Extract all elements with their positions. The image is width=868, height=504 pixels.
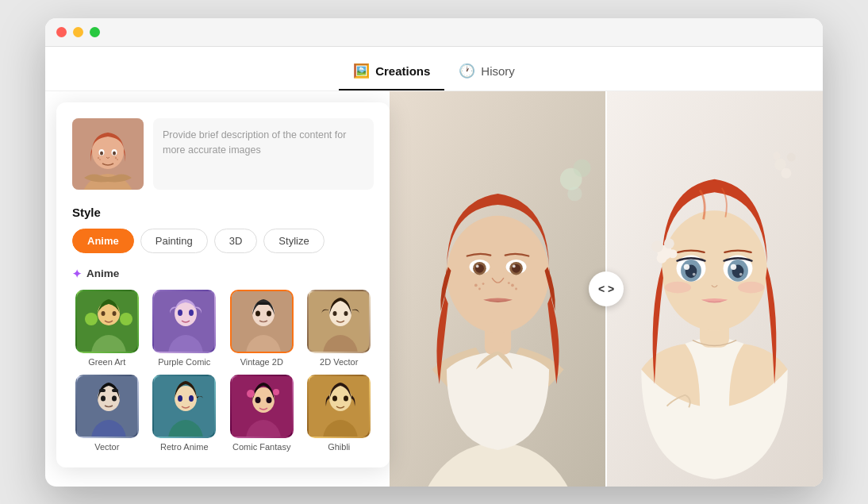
style-section-title: Style xyxy=(72,206,374,219)
tab-history-label: Hisory xyxy=(481,64,515,78)
style-label-purple-comic: Purple Comic xyxy=(158,357,210,367)
style-buttons: Anime Painting 3D Stylize xyxy=(72,229,374,253)
style-label-2d-vector: 2D Vector xyxy=(320,357,358,367)
style-item-2d-vector[interactable]: 2D Vector xyxy=(305,290,374,367)
svg-point-38 xyxy=(112,395,117,401)
history-icon: 🕐 xyxy=(459,63,475,79)
svg-point-66 xyxy=(511,283,514,287)
style-item-vintage-2d[interactable]: Vintage 2D xyxy=(227,290,297,367)
style-thumb-retro-anime xyxy=(152,375,216,438)
style-item-green-art[interactable]: Green Art xyxy=(72,290,142,367)
creations-icon: 🖼️ xyxy=(353,63,370,79)
svg-point-68 xyxy=(508,282,510,284)
minimize-button[interactable] xyxy=(73,27,83,37)
compare-handle[interactable]: < > xyxy=(589,271,624,306)
anime-subsection: ✦ Anime xyxy=(72,267,374,280)
svg-point-99 xyxy=(787,152,796,161)
style-section: Style Anime Painting 3D Stylize ✦ Anime xyxy=(72,206,374,452)
svg-point-5 xyxy=(100,151,103,155)
style-label-vintage-2d: Vintage 2D xyxy=(240,357,283,367)
svg-point-57 xyxy=(344,395,348,401)
svg-point-21 xyxy=(178,310,182,316)
style-label-vector: Vector xyxy=(94,442,119,452)
svg-point-50 xyxy=(266,397,271,403)
svg-point-37 xyxy=(101,395,106,401)
svg-point-51 xyxy=(247,390,255,398)
svg-point-101 xyxy=(773,152,780,159)
svg-point-87 xyxy=(668,249,677,258)
svg-point-15 xyxy=(120,313,133,325)
style-btn-stylize[interactable]: Stylize xyxy=(263,229,324,253)
svg-point-8 xyxy=(99,159,101,160)
svg-point-100 xyxy=(781,167,791,178)
browser-titlebar xyxy=(45,18,823,47)
svg-point-52 xyxy=(273,389,279,395)
comparison-container: < > xyxy=(390,91,823,487)
style-item-vector[interactable]: Vector xyxy=(72,375,142,452)
sparkle-icon: ✦ xyxy=(72,267,82,280)
svg-rect-40 xyxy=(112,389,118,392)
maximize-button[interactable] xyxy=(90,27,100,37)
style-thumb-vector xyxy=(75,375,139,438)
svg-point-102 xyxy=(665,281,691,293)
anime-subsection-label: Anime xyxy=(86,267,119,279)
main-area: Provide brief description of the content… xyxy=(45,91,823,487)
style-thumb-ghibli xyxy=(307,375,371,438)
svg-point-63 xyxy=(474,283,478,287)
photo-original xyxy=(390,91,606,487)
browser-content: 🖼️ Creations 🕐 Hisory xyxy=(45,47,823,487)
svg-point-103 xyxy=(738,281,764,293)
svg-point-22 xyxy=(189,310,194,316)
style-item-purple-comic[interactable]: Purple Comic xyxy=(150,290,220,367)
right-image-area: < > xyxy=(390,91,823,487)
svg-point-94 xyxy=(684,264,689,269)
svg-point-67 xyxy=(515,287,517,290)
description-placeholder: Provide brief description of the content… xyxy=(163,128,364,159)
style-item-comic-fantasy[interactable]: Comic Fantasy xyxy=(227,375,297,452)
svg-point-65 xyxy=(482,283,485,285)
svg-point-44 xyxy=(178,395,182,402)
style-btn-anime[interactable]: Anime xyxy=(72,229,134,253)
svg-point-85 xyxy=(657,252,667,263)
svg-point-9 xyxy=(115,156,117,158)
style-thumb-comic-fantasy xyxy=(230,375,294,438)
close-button[interactable] xyxy=(56,27,67,37)
style-thumb-purple-comic xyxy=(152,290,216,353)
style-label-retro-anime: Retro Anime xyxy=(160,442,209,452)
upload-area: Provide brief description of the content… xyxy=(72,118,374,190)
style-thumb-green-art xyxy=(75,290,139,353)
tab-creations[interactable]: 🖼️ Creations xyxy=(339,56,444,90)
svg-point-27 xyxy=(267,310,271,316)
svg-point-62 xyxy=(447,215,549,333)
svg-point-84 xyxy=(651,240,663,252)
upload-thumbnail[interactable] xyxy=(72,118,144,190)
svg-point-26 xyxy=(255,310,260,316)
style-btn-3d[interactable]: 3D xyxy=(214,229,258,253)
top-nav: 🖼️ Creations 🕐 Hisory xyxy=(45,47,823,91)
svg-point-32 xyxy=(333,311,337,316)
style-item-ghibli[interactable]: Ghibli xyxy=(305,375,374,452)
photo-anime xyxy=(606,91,823,487)
svg-point-78 xyxy=(573,159,590,176)
style-btn-painting[interactable]: Painting xyxy=(140,229,208,253)
svg-point-16 xyxy=(101,311,105,316)
left-panel: Provide brief description of the content… xyxy=(56,102,390,467)
svg-point-45 xyxy=(189,395,194,402)
svg-point-49 xyxy=(255,397,260,403)
svg-rect-39 xyxy=(99,389,106,392)
svg-point-96 xyxy=(693,272,696,275)
tab-history[interactable]: 🕐 Hisory xyxy=(444,56,529,90)
style-thumb-vintage-2d xyxy=(230,290,294,353)
browser-window: 🖼️ Creations 🕐 Hisory xyxy=(45,18,823,487)
compare-arrows-icon: < > xyxy=(598,283,614,295)
style-label-ghibli: Ghibli xyxy=(328,442,350,452)
style-item-retro-anime[interactable]: Retro Anime xyxy=(150,375,220,452)
style-label-green-art: Green Art xyxy=(88,357,125,367)
svg-point-56 xyxy=(332,395,337,401)
svg-point-64 xyxy=(478,287,481,290)
description-box[interactable]: Provide brief description of the content… xyxy=(153,118,374,190)
svg-point-86 xyxy=(664,238,674,248)
svg-point-95 xyxy=(731,264,736,269)
svg-point-33 xyxy=(344,311,348,316)
style-grid-row2: Vector xyxy=(72,375,374,452)
